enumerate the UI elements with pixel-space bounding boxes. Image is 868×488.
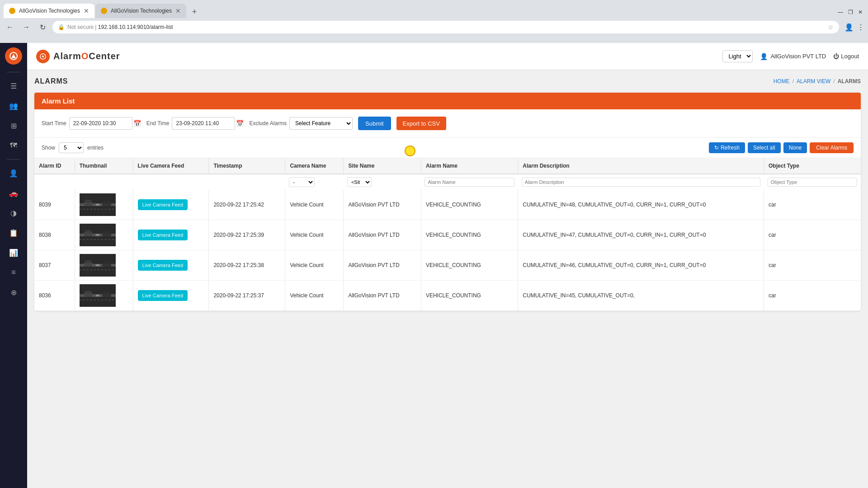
tab-inactive[interactable]: AllGoVision Technologies ✕ — [95, 4, 186, 18]
refresh-button[interactable]: ↻ Refresh — [709, 142, 745, 153]
cell-alarm-name: VEHICLE_COUNTING — [421, 190, 518, 220]
alarms-table: Alarm ID Thumbnail Live Camera Feed Time… — [34, 158, 861, 311]
object-type-filter[interactable] — [768, 178, 857, 187]
export-csv-button[interactable]: Export to CSV — [396, 117, 446, 130]
refresh-icon: ↻ — [714, 145, 719, 151]
sidebar-item-grid[interactable]: ⊞ — [5, 117, 22, 134]
logo-icon — [36, 50, 50, 63]
svg-rect-22 — [96, 264, 99, 266]
sidebar-item-list[interactable]: ≡ — [5, 264, 22, 281]
sidebar-item-menu[interactable]: ☰ — [5, 78, 22, 94]
cell-object-type: car — [764, 250, 861, 281]
lock-icon: 🔒 — [58, 24, 65, 30]
cell-camera-name: Vehicle Count — [285, 220, 344, 250]
bookmark-icon[interactable]: ☆ — [828, 23, 834, 31]
table-body: 8039 Live Camera Feed 2020-09-22 17:25:4… — [34, 190, 861, 311]
thumbnail-image — [80, 284, 116, 307]
minimize-button[interactable]: — — [836, 8, 844, 16]
col-alarm-id: Alarm ID — [34, 158, 75, 174]
sidebar-item-add[interactable]: ⊕ — [5, 284, 22, 300]
cell-site-name: AllGoVision PVT LTD — [344, 190, 421, 220]
logo-o: O — [81, 51, 89, 61]
tab-active[interactable]: AllGoVision Technologies ✕ — [4, 4, 94, 18]
thumbnail-image — [80, 193, 116, 216]
top-bar-right: Light 👤 AllGoVision PVT LTD ⏻ Logout — [722, 50, 859, 62]
back-button[interactable]: ← — [4, 21, 16, 33]
site-filter-select[interactable]: <Sit site1 — [347, 177, 372, 187]
breadcrumb-home[interactable]: HOME — [774, 78, 790, 84]
live-camera-feed-button[interactable]: Live Camera Feed — [138, 290, 188, 301]
sidebar-item-person[interactable]: 👤 — [5, 165, 22, 181]
clear-alarms-button[interactable]: Clear Alarms — [810, 142, 854, 153]
cell-alarm-desc: CUMULATIVE_IN=48, CUMULATIVE_OUT=0, CURR… — [518, 190, 764, 220]
alarm-list-card: Alarm List Start Time 📅 End Time 📅 Exc — [34, 93, 861, 311]
browser-menu-icon[interactable]: ⋮ — [857, 23, 864, 32]
cell-alarm-name: VEHICLE_COUNTING — [421, 281, 518, 311]
sidebar: ☰ 👥 ⊞ 🗺 👤 🚗 ◑ 📋 📊 ≡ ⊕ — [0, 43, 27, 488]
window-controls: — ❐ ✕ — [836, 8, 868, 18]
show-label: Show — [42, 145, 55, 151]
start-time-input[interactable] — [69, 117, 132, 130]
live-camera-feed-button[interactable]: Live Camera Feed — [138, 199, 188, 210]
cell-thumbnail — [75, 281, 133, 311]
cell-thumbnail — [75, 250, 133, 281]
svg-rect-10 — [103, 201, 110, 203]
profile-icon[interactable]: 👤 — [844, 23, 854, 32]
end-time-group: End Time 📅 — [146, 117, 244, 130]
feature-select[interactable]: Select Feature — [289, 117, 353, 130]
live-camera-feed-button[interactable]: Live Camera Feed — [138, 230, 188, 240]
alarm-name-filter[interactable] — [425, 178, 514, 187]
sidebar-item-report[interactable]: 📋 — [5, 225, 22, 241]
close-button[interactable]: ✕ — [856, 8, 864, 16]
sidebar-item-users[interactable]: 👥 — [5, 98, 22, 114]
svg-rect-34 — [103, 291, 110, 294]
theme-select[interactable]: Light — [722, 50, 753, 62]
address-bar[interactable]: 🔒 Not secure | 192.168.10.114:9010/alarm… — [52, 21, 839, 33]
select-all-button[interactable]: Select all — [748, 142, 781, 153]
start-time-calendar-icon[interactable]: 📅 — [133, 120, 141, 127]
cell-alarm-id: 8036 — [34, 281, 75, 311]
action-buttons: ↻ Refresh Select all None Clear Alarms — [709, 142, 854, 153]
maximize-button[interactable]: ❐ — [846, 8, 854, 16]
col-site-name: Site Name — [344, 158, 421, 174]
sidebar-item-car[interactable]: 🚗 — [5, 185, 22, 201]
entries-row: Show 5 10 25 entries ↻ Refresh Select al… — [34, 138, 861, 158]
cell-alarm-desc: CUMULATIVE_IN=46, CUMULATIVE_OUT=0, CURR… — [518, 250, 764, 281]
cell-alarm-desc: CUMULATIVE_IN=45, CUMULATIVE_OUT=0, — [518, 281, 764, 311]
tab-close-2[interactable]: ✕ — [175, 8, 181, 14]
camera-filter-select[interactable]: - cam1 — [289, 177, 315, 187]
breadcrumb-alarm-view[interactable]: ALARM VIEW — [797, 78, 830, 84]
cell-live-feed: Live Camera Feed — [133, 190, 209, 220]
refresh-nav-button[interactable]: ↻ — [36, 21, 49, 33]
logo-text-pre: Alarm — [53, 51, 81, 61]
table-filter-row: - cam1 <Sit site1 — [34, 174, 861, 190]
live-camera-feed-button[interactable]: Live Camera Feed — [138, 260, 188, 271]
cell-timestamp: 2020-09-22 17:25:39 — [209, 220, 285, 250]
cell-alarm-id: 8037 — [34, 250, 75, 281]
sidebar-item-map[interactable]: 🗺 — [5, 137, 22, 154]
logout-icon: ⏻ — [833, 53, 839, 60]
none-button[interactable]: None — [783, 142, 807, 153]
table-wrapper: Alarm ID Thumbnail Live Camera Feed Time… — [34, 158, 861, 311]
cell-live-feed: Live Camera Feed — [133, 281, 209, 311]
filter-cell-site: <Sit site1 — [344, 174, 421, 190]
tab-favicon-1 — [9, 8, 15, 14]
submit-button[interactable]: Submit — [358, 117, 391, 130]
sidebar-item-contrast[interactable]: ◑ — [5, 205, 22, 221]
end-time-calendar-icon[interactable]: 📅 — [236, 120, 244, 127]
logout-button[interactable]: ⏻ Logout — [833, 53, 859, 60]
cell-site-name: AllGoVision PVT LTD — [344, 281, 421, 311]
logout-label: Logout — [841, 53, 859, 60]
sidebar-item-chart[interactable]: 📊 — [5, 244, 22, 261]
table-header-row: Alarm ID Thumbnail Live Camera Feed Time… — [34, 158, 861, 174]
url-text: Not secure | 192.168.10.114:9010/alarm-l… — [67, 24, 825, 30]
cell-object-type: car — [764, 220, 861, 250]
forward-button[interactable]: → — [20, 21, 33, 33]
exclude-alarms-group: Exclude Alarms Select Feature — [249, 117, 353, 130]
entries-select[interactable]: 5 10 25 — [59, 142, 84, 153]
cell-timestamp: 2020-09-22 17:25:37 — [209, 281, 285, 311]
new-tab-button[interactable]: + — [188, 5, 201, 18]
alarm-desc-filter[interactable] — [522, 178, 760, 187]
end-time-input[interactable] — [172, 117, 235, 130]
tab-close-1[interactable]: ✕ — [84, 8, 89, 14]
